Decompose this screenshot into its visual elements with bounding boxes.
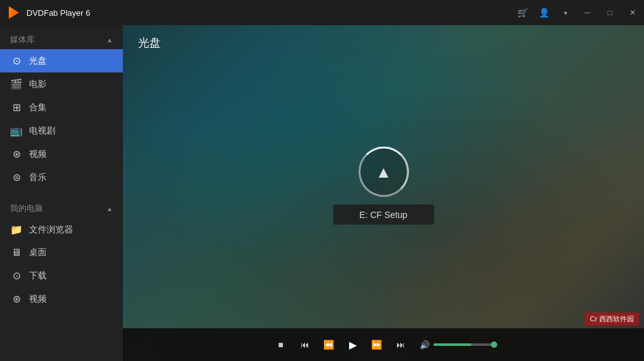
- music-icon: ⊜: [10, 171, 23, 183]
- video-label: 视频: [29, 149, 47, 160]
- app-title: DVDFab Player 6: [26, 8, 90, 18]
- volume-fill: [434, 343, 471, 346]
- collection-icon: ⊞: [10, 101, 23, 113]
- disc-area: ▲ E: CF Setup: [333, 146, 434, 224]
- logo-icon: [6, 5, 21, 20]
- sidebar-item-videos[interactable]: ⊛ 视频: [0, 287, 123, 311]
- titlebar-extra-controls: 🛒 👤 ▾: [513, 0, 575, 25]
- main-area: 媒体库 ▲ ⊙ 光盘 🎬 电影 ⊞ 合集 📺 电视剧 ⊛ 视频: [0, 25, 644, 361]
- volume-bar[interactable]: [434, 343, 497, 346]
- movies-icon: 🎬: [10, 78, 23, 90]
- collection-label: 合集: [29, 102, 47, 113]
- desktop-label: 桌面: [29, 247, 47, 258]
- sidebar-item-collection[interactable]: ⊞ 合集: [0, 96, 123, 119]
- file-browser-icon: 📁: [10, 224, 23, 236]
- prev-button[interactable]: ⏮: [295, 335, 315, 355]
- media-library-section: 媒体库 ▲: [0, 25, 123, 49]
- video-icon: ⊛: [10, 148, 23, 160]
- videos-label: 视频: [29, 294, 47, 305]
- close-button[interactable]: ✕: [621, 0, 644, 25]
- sidebar-item-video[interactable]: ⊛ 视频: [0, 142, 123, 166]
- stop-button[interactable]: ■: [271, 335, 291, 355]
- eject-button[interactable]: ▲: [359, 146, 409, 197]
- media-library-chevron: ▲: [106, 37, 113, 43]
- sidebar-item-music[interactable]: ⊜ 音乐: [0, 166, 123, 189]
- user-icon[interactable]: 👤: [534, 3, 553, 22]
- disc-label: 光盘: [29, 55, 47, 67]
- my-computer-chevron: ▲: [106, 205, 113, 212]
- next-button[interactable]: ⏭: [391, 335, 411, 355]
- titlebar: DVDFab Player 6 🛒 👤 ▾ ─ □ ✕: [0, 0, 644, 25]
- page-title: 光盘: [138, 35, 161, 50]
- sidebar-item-downloads[interactable]: ⊙ 下载: [0, 264, 123, 287]
- svg-marker-0: [9, 6, 19, 19]
- window-controls: ─ □ ✕: [576, 0, 644, 25]
- eject-icon: ▲: [376, 163, 392, 180]
- sidebar-item-disc[interactable]: ⊙ 光盘: [0, 49, 123, 72]
- sidebar-scroll: 媒体库 ▲ ⊙ 光盘 🎬 电影 ⊞ 合集 📺 电视剧 ⊛ 视频: [0, 25, 123, 361]
- volume-thumb: [491, 341, 497, 348]
- desktop-icon: 🖥: [10, 247, 23, 258]
- tv-icon: 📺: [10, 125, 23, 137]
- tv-label: 电视剧: [29, 125, 55, 137]
- music-label: 音乐: [29, 172, 47, 183]
- sidebar-item-file-browser[interactable]: 📁 文件浏览器: [0, 218, 123, 241]
- volume-icon: 🔊: [420, 340, 430, 350]
- sidebar-item-desktop[interactable]: 🖥 桌面: [0, 241, 123, 264]
- forward-button[interactable]: ⏩: [367, 335, 387, 355]
- movies-label: 电影: [29, 79, 47, 90]
- play-button[interactable]: ▶: [343, 335, 363, 355]
- player-controls: ■ ⏮ ⏪ ▶ ⏩ ⏭ 🔊: [123, 328, 644, 361]
- media-library-label: 媒体库: [10, 34, 35, 45]
- rewind-button[interactable]: ⏪: [319, 335, 339, 355]
- downloads-icon: ⊙: [10, 270, 23, 282]
- sidebar: 媒体库 ▲ ⊙ 光盘 🎬 电影 ⊞ 合集 📺 电视剧 ⊛ 视频: [0, 25, 123, 361]
- sidebar-item-tv[interactable]: 📺 电视剧: [0, 119, 123, 142]
- downloads-label: 下载: [29, 270, 47, 282]
- maximize-button[interactable]: □: [599, 0, 621, 25]
- my-computer-label: 我的电脑: [10, 203, 43, 214]
- minimize-button[interactable]: ─: [576, 0, 599, 25]
- dropdown-icon[interactable]: ▾: [556, 3, 575, 22]
- my-computer-section: 我的电脑 ▲: [0, 194, 123, 218]
- watermark: Cr 西西软件园: [585, 312, 639, 326]
- file-browser-label: 文件浏览器: [29, 224, 73, 236]
- app-logo: DVDFab Player 6: [6, 5, 90, 20]
- volume-control: 🔊: [420, 340, 497, 350]
- cart-icon[interactable]: 🛒: [513, 3, 532, 22]
- disc-icon: ⊙: [10, 55, 23, 67]
- sidebar-item-movies[interactable]: 🎬 电影: [0, 72, 123, 96]
- videos-icon: ⊛: [10, 293, 23, 305]
- disc-drive-label: E: CF Setup: [333, 204, 434, 224]
- content-area: 光盘 ▲ E: CF Setup Cr 西西软件园 ■ ⏮ ⏪ ▶ ⏩ ⏭ 🔊: [123, 25, 644, 361]
